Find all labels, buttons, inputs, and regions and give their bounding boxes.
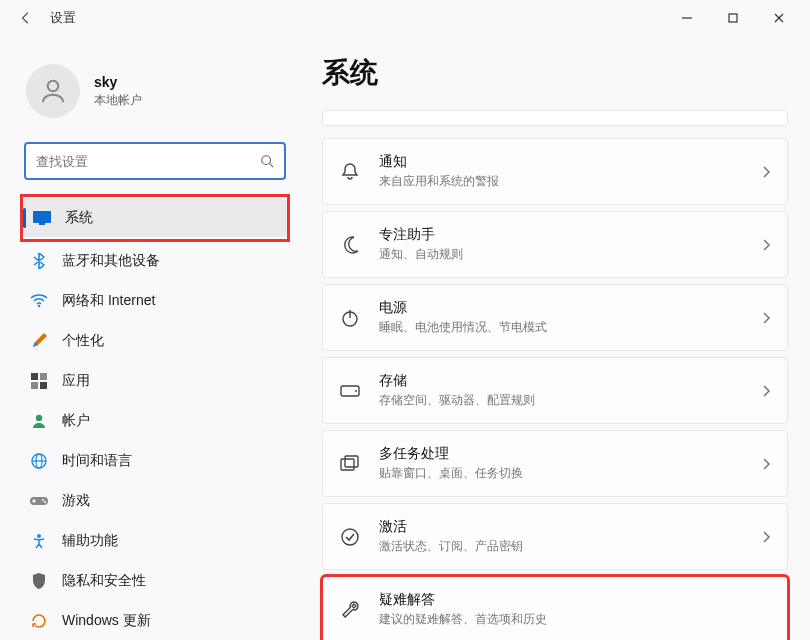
settings-card-multitasking[interactable]: 多任务处理 贴靠窗口、桌面、任务切换 <box>322 430 788 497</box>
minimize-button[interactable] <box>664 2 710 34</box>
nav-label: 系统 <box>65 209 93 227</box>
search-field[interactable] <box>24 142 286 180</box>
person-icon <box>30 412 48 430</box>
display-icon <box>33 209 51 227</box>
svg-rect-25 <box>345 456 358 467</box>
settings-card-troubleshoot[interactable]: 疑难解答 建议的疑难解答、首选项和历史 <box>322 576 788 640</box>
nav-item-personalization[interactable]: 个性化 <box>20 322 290 360</box>
titlebar: 设置 <box>0 0 810 36</box>
gamepad-icon <box>30 492 48 510</box>
card-title: 电源 <box>379 299 743 317</box>
power-icon <box>339 308 361 328</box>
nav-label: 帐户 <box>62 412 90 430</box>
chevron-right-icon <box>761 311 771 325</box>
nav-label: 辅助功能 <box>62 532 118 550</box>
sidebar: sky 本地帐户 系统 蓝牙和其他设 <box>0 36 300 640</box>
nav-label: 游戏 <box>62 492 90 510</box>
globe-icon <box>30 452 48 470</box>
svg-point-12 <box>36 415 42 421</box>
drive-icon <box>339 385 361 397</box>
nav-item-windows-update[interactable]: Windows 更新 <box>20 602 290 640</box>
update-icon <box>30 612 48 630</box>
back-button[interactable] <box>8 0 44 36</box>
nav-item-privacy[interactable]: 隐私和安全性 <box>20 562 290 600</box>
card-subtitle: 建议的疑难解答、首选项和历史 <box>379 611 771 628</box>
nav-item-gaming[interactable]: 游戏 <box>20 482 290 520</box>
svg-point-3 <box>262 156 271 165</box>
user-name: sky <box>94 74 142 90</box>
card-subtitle: 激活状态、订阅、产品密钥 <box>379 538 743 555</box>
chevron-right-icon <box>761 165 771 179</box>
nav-label: 个性化 <box>62 332 104 350</box>
svg-point-7 <box>38 305 40 307</box>
card-subtitle: 来自应用和系统的警报 <box>379 173 743 190</box>
chevron-right-icon <box>761 530 771 544</box>
chevron-right-icon <box>761 384 771 398</box>
nav-label: 应用 <box>62 372 90 390</box>
check-circle-icon <box>339 527 361 547</box>
settings-card-storage[interactable]: 存储 存储空间、驱动器、配置规则 <box>322 357 788 424</box>
nav-item-accessibility[interactable]: 辅助功能 <box>20 522 290 560</box>
search-icon <box>260 154 274 168</box>
svg-rect-10 <box>31 382 38 389</box>
settings-card-power[interactable]: 电源 睡眠、电池使用情况、节电模式 <box>322 284 788 351</box>
accessibility-icon <box>30 532 48 550</box>
svg-point-18 <box>44 501 46 503</box>
bluetooth-icon <box>30 252 48 270</box>
nav-item-network[interactable]: 网络和 Internet <box>20 282 290 320</box>
nav-label: 蓝牙和其他设备 <box>62 252 160 270</box>
user-subtitle: 本地帐户 <box>94 92 142 109</box>
card-title: 激活 <box>379 518 743 536</box>
nav-item-system[interactable]: 系统 <box>23 199 287 237</box>
maximize-button[interactable] <box>710 2 756 34</box>
search-input[interactable] <box>26 144 284 178</box>
close-button[interactable] <box>756 2 802 34</box>
wrench-icon <box>339 600 361 620</box>
avatar <box>26 64 80 118</box>
nav-item-apps[interactable]: 应用 <box>20 362 290 400</box>
nav-label: 网络和 Internet <box>62 292 155 310</box>
svg-rect-5 <box>33 211 51 223</box>
svg-line-4 <box>270 164 274 168</box>
nav-list: 系统 蓝牙和其他设备 网络和 Internet 个性化 应用 <box>20 196 290 640</box>
main-panel: 系统 通知 来自应用和系统的警报 专注助手 通知、自动规则 <box>300 36 810 640</box>
wifi-icon <box>30 292 48 310</box>
nav-label: 时间和语言 <box>62 452 132 470</box>
bell-icon <box>339 162 361 182</box>
svg-rect-6 <box>39 223 45 225</box>
nav-item-bluetooth[interactable]: 蓝牙和其他设备 <box>20 242 290 280</box>
card-title: 多任务处理 <box>379 445 743 463</box>
chevron-right-icon <box>761 238 771 252</box>
svg-point-26 <box>342 529 358 545</box>
nav-item-time-language[interactable]: 时间和语言 <box>20 442 290 480</box>
card-subtitle: 通知、自动规则 <box>379 246 743 263</box>
multitask-icon <box>339 455 361 473</box>
card-title: 通知 <box>379 153 743 171</box>
user-account-row[interactable]: sky 本地帐户 <box>20 46 290 138</box>
card-subtitle: 存储空间、驱动器、配置规则 <box>379 392 743 409</box>
nav-label: 隐私和安全性 <box>62 572 146 590</box>
settings-card-notifications[interactable]: 通知 来自应用和系统的警报 <box>322 138 788 205</box>
brush-icon <box>30 332 48 350</box>
settings-card-activation[interactable]: 激活 激活状态、订阅、产品密钥 <box>322 503 788 570</box>
card-partial-top[interactable] <box>322 110 788 126</box>
svg-rect-11 <box>40 382 47 389</box>
card-title: 专注助手 <box>379 226 743 244</box>
card-title: 存储 <box>379 372 743 390</box>
svg-point-19 <box>37 534 41 538</box>
svg-rect-8 <box>31 373 38 380</box>
moon-icon <box>339 235 361 255</box>
svg-rect-9 <box>40 373 47 380</box>
svg-point-17 <box>42 499 44 501</box>
svg-rect-1 <box>729 14 737 22</box>
app-title: 设置 <box>50 9 76 27</box>
settings-card-focus-assist[interactable]: 专注助手 通知、自动规则 <box>322 211 788 278</box>
card-title: 疑难解答 <box>379 591 771 609</box>
svg-point-23 <box>355 390 357 392</box>
page-title: 系统 <box>322 54 788 92</box>
apps-icon <box>30 372 48 390</box>
shield-icon <box>30 572 48 590</box>
nav-item-accounts[interactable]: 帐户 <box>20 402 290 440</box>
chevron-right-icon <box>761 457 771 471</box>
card-subtitle: 睡眠、电池使用情况、节电模式 <box>379 319 743 336</box>
